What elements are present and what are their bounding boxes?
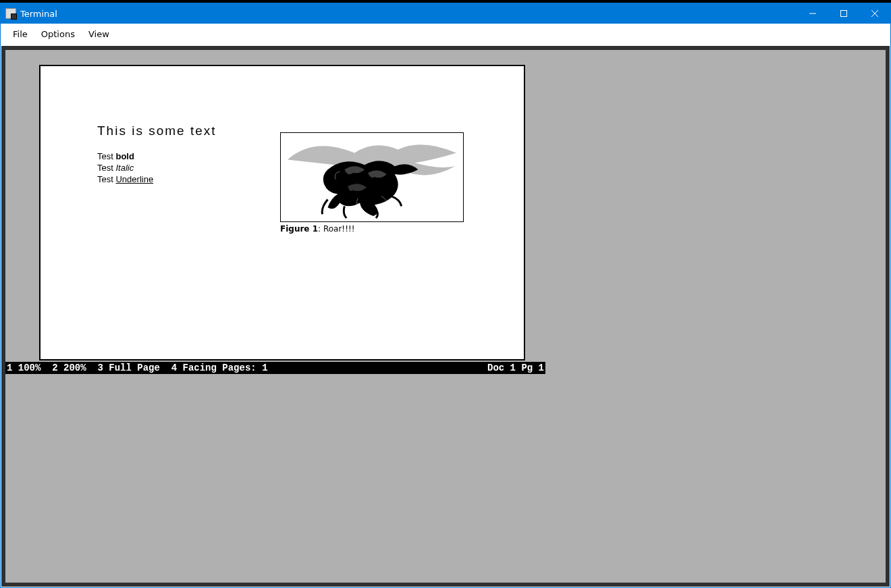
window-title: Terminal — [20, 9, 57, 19]
minimize-button[interactable] — [797, 3, 828, 24]
window-controls — [797, 3, 890, 24]
status-doc-page: Doc 1 Pg 1 — [487, 363, 544, 373]
menu-options[interactable]: Options — [34, 25, 82, 43]
status-zoom-100[interactable]: 1 100% — [7, 363, 40, 373]
svg-rect-1 — [841, 11, 847, 17]
maximize-button[interactable] — [828, 3, 859, 24]
dos-statusbar: 1 100% 2 200% 3 Full Page 4 Facing Pages… — [5, 362, 545, 374]
status-zoom-200[interactable]: 2 200% — [52, 363, 86, 373]
menu-file[interactable]: File — [6, 25, 34, 43]
menu-view[interactable]: View — [82, 25, 116, 43]
figure-image — [280, 132, 464, 222]
close-button[interactable] — [859, 3, 890, 24]
figure-caption: Figure 1: Roar!!!! — [280, 224, 355, 234]
titlebar[interactable]: Terminal — [1, 3, 890, 24]
app-icon — [5, 8, 16, 19]
terminal-content: This is some text Test bold Test Italic … — [1, 46, 890, 587]
status-left: 1 100% 2 200% 3 Full Page 4 Facing Pages… — [7, 363, 487, 373]
document-page: This is some text Test bold Test Italic … — [39, 65, 525, 360]
menubar: File Options View — [1, 24, 890, 44]
status-facing-pages[interactable]: 4 Facing Pages: 1 — [171, 363, 268, 373]
app-window: Terminal File Options View This is some … — [0, 3, 891, 588]
status-full-page[interactable]: 3 Full Page — [97, 363, 159, 373]
